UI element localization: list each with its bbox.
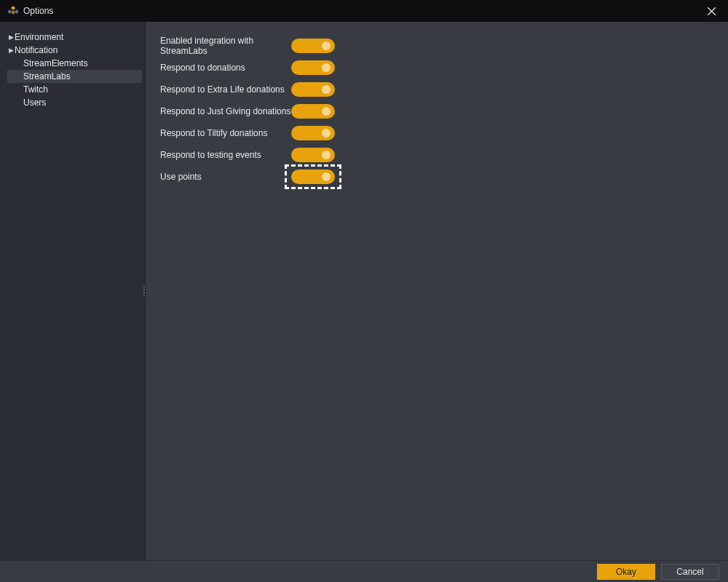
okay-button[interactable]: Okay xyxy=(597,564,655,580)
sidebar: ▶ Environment ▶ Notification StreamEleme… xyxy=(0,22,146,560)
close-button[interactable] xyxy=(695,0,728,22)
setting-label: Respond to Tiltify donations xyxy=(160,128,291,138)
caret-icon: ▶ xyxy=(7,47,15,54)
cancel-button[interactable]: Cancel xyxy=(661,564,719,580)
toggle-knob xyxy=(322,129,331,137)
toggle-respond-extra-life[interactable] xyxy=(291,82,335,97)
setting-label: Use points xyxy=(160,172,291,182)
setting-row-respond-donations: Respond to donations xyxy=(160,57,713,79)
toggle-knob xyxy=(322,151,331,159)
toggle-use-points[interactable] xyxy=(291,170,335,184)
button-label: Okay xyxy=(616,567,636,577)
sidebar-item-twitch[interactable]: Twitch xyxy=(7,83,142,96)
setting-row-use-points: Use points xyxy=(160,166,713,188)
sidebar-item-label: Environment xyxy=(15,32,63,42)
setting-row-enable-integration: Enabled integration with StreamLabs xyxy=(160,35,713,57)
setting-row-respond-extra-life: Respond to Extra Life donations xyxy=(160,79,713,100)
svg-marker-3 xyxy=(15,9,19,14)
sidebar-item-streamlabs[interactable]: StreamLabs xyxy=(7,70,142,83)
sidebar-item-users[interactable]: Users xyxy=(7,96,142,109)
button-label: Cancel xyxy=(676,567,703,577)
toggle-knob xyxy=(322,63,331,72)
toggle-knob xyxy=(322,41,331,50)
sidebar-item-label: StreamElements xyxy=(23,58,88,68)
svg-marker-2 xyxy=(8,9,12,14)
sidebar-item-streamelements[interactable]: StreamElements xyxy=(7,57,142,70)
setting-row-respond-tiltify: Respond to Tiltify donations xyxy=(160,122,713,144)
toggle-knob xyxy=(322,172,331,181)
sidebar-tree: ▶ Environment ▶ Notification StreamEleme… xyxy=(7,31,142,109)
titlebar: Options xyxy=(0,0,728,22)
setting-label: Respond to donations xyxy=(160,63,291,73)
setting-label: Respond to testing events xyxy=(160,150,291,160)
sidebar-item-label: Twitch xyxy=(23,84,48,95)
highlight-box xyxy=(285,164,341,189)
toggle-knob xyxy=(322,85,331,94)
setting-row-respond-testing: Respond to testing events xyxy=(160,144,713,166)
toggle-knob xyxy=(322,107,331,116)
sidebar-item-label: Notification xyxy=(15,45,58,55)
footer: Okay Cancel xyxy=(0,560,728,582)
close-icon xyxy=(708,7,716,15)
setting-label: Enabled integration with StreamLabs xyxy=(160,36,291,56)
setting-label: Respond to Extra Life donations xyxy=(160,84,291,95)
workspace: ▶ Environment ▶ Notification StreamEleme… xyxy=(0,22,728,560)
svg-marker-0 xyxy=(11,6,15,10)
caret-icon: ▶ xyxy=(7,33,15,41)
toggle-respond-tiltify[interactable] xyxy=(291,126,335,140)
sidebar-item-label: Users xyxy=(23,97,46,108)
app-icon xyxy=(7,5,19,17)
settings-panel: Enabled integration with StreamLabs Resp… xyxy=(146,22,728,560)
sidebar-item-notification[interactable]: ▶ Notification xyxy=(7,44,142,57)
setting-row-respond-just-giving: Respond to Just Giving donations xyxy=(160,100,713,122)
toggle-enable-integration[interactable] xyxy=(291,39,335,53)
toggle-respond-just-giving[interactable] xyxy=(291,104,335,119)
window-title: Options xyxy=(23,6,53,16)
setting-label: Respond to Just Giving donations xyxy=(160,106,291,116)
sidebar-item-environment[interactable]: ▶ Environment xyxy=(7,31,142,44)
toggle-respond-donations[interactable] xyxy=(291,60,335,75)
svg-marker-1 xyxy=(11,10,15,15)
sidebar-item-label: StreamLabs xyxy=(23,71,71,81)
toggle-respond-testing[interactable] xyxy=(291,148,335,162)
